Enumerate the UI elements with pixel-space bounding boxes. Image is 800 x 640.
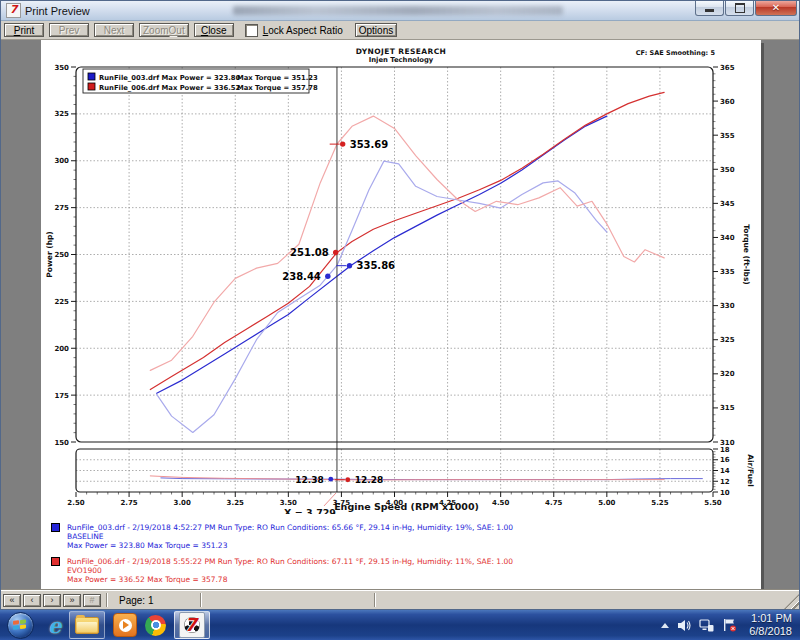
page-indicator: Page: 1	[111, 595, 197, 606]
lock-aspect-ratio-group: Lock Aspect Ratio	[245, 24, 343, 37]
report-page: DYNOJET RESEARCH Injen Technology CF: SA…	[41, 40, 761, 590]
run-line2: EVO1900	[67, 566, 745, 575]
svg-text:365: 365	[720, 64, 735, 72]
taskbar-item-windows-explorer[interactable]	[69, 611, 105, 639]
cursor-x-readout: X = 3.729	[281, 507, 339, 514]
system-tray: 1:01 PM 6/8/2018	[661, 612, 800, 638]
minimize-button[interactable]	[695, 1, 724, 16]
svg-text:225: 225	[54, 298, 69, 306]
maximize-icon	[735, 3, 745, 13]
svg-text:320: 320	[720, 370, 735, 378]
svg-text:335.86: 335.86	[356, 260, 395, 271]
svg-text:330: 330	[720, 302, 735, 310]
statusbar-divider	[200, 593, 202, 607]
svg-text:2.50: 2.50	[67, 499, 84, 507]
svg-text:353.69: 353.69	[350, 139, 389, 150]
svg-text:4.50: 4.50	[492, 499, 509, 507]
run-color-swatch	[51, 523, 60, 532]
dyno-chart: 2.502.753.003.253.503.754.004.254.504.75…	[41, 40, 761, 590]
windows-logo-icon	[13, 619, 27, 631]
print-preview-window: 7 Print Preview ✕ PrintPrevNextZoom OutC…	[0, 0, 800, 610]
svg-text:335: 335	[720, 268, 735, 276]
network-icon[interactable]	[699, 619, 714, 632]
svg-text:Max Torque = 357.78: Max Torque = 357.78	[237, 84, 318, 92]
svg-text:200: 200	[54, 345, 69, 353]
preview-area: DYNOJET RESEARCH Injen Technology CF: SA…	[1, 40, 799, 590]
run-detail-0: RunFile_003.drf - 2/19/2018 4:52:27 PM R…	[51, 523, 745, 550]
tray-time: 1:01 PM	[749, 612, 792, 625]
clock[interactable]: 1:01 PM 6/8/2018	[749, 612, 792, 638]
statusbar-divider	[106, 593, 108, 607]
start-button[interactable]	[7, 612, 34, 639]
svg-text:360: 360	[720, 98, 735, 106]
taskbar-item-media-player[interactable]	[113, 611, 137, 639]
folder-icon	[75, 617, 99, 634]
volume-icon[interactable]	[677, 619, 691, 632]
prev-page-button[interactable]: ‹	[23, 594, 41, 607]
action-center-flag-icon[interactable]	[722, 618, 737, 632]
svg-text:12.28: 12.28	[355, 475, 383, 485]
svg-text:Air/Fuel: Air/Fuel	[746, 454, 755, 487]
close-icon: ✕	[772, 3, 780, 13]
taskbar-item-internet-explorer[interactable]: e	[48, 611, 61, 639]
svg-text:175: 175	[54, 392, 69, 400]
toolbar-button-next: Next	[94, 23, 134, 37]
window-title: Print Preview	[25, 5, 90, 17]
svg-text:5.50: 5.50	[704, 499, 721, 507]
run-line3: Max Power = 336.52 Max Torque = 357.78	[67, 575, 745, 584]
svg-text:315: 315	[720, 404, 735, 412]
svg-text:325: 325	[54, 110, 69, 118]
svg-text:150: 150	[54, 439, 69, 447]
taskbar-item-chrome[interactable]	[145, 611, 166, 639]
next-page-button[interactable]: ›	[43, 594, 61, 607]
svg-text:350: 350	[54, 64, 69, 72]
svg-text:12.38: 12.38	[295, 475, 323, 485]
svg-text:251.08: 251.08	[290, 247, 329, 258]
svg-text:5.25: 5.25	[651, 499, 668, 507]
svg-text:2.75: 2.75	[120, 499, 137, 507]
statusbar: «‹›»# Page: 1	[1, 590, 799, 609]
run-line1: RunFile_003.drf - 2/19/2018 4:52:27 PM R…	[67, 523, 745, 532]
minimize-icon	[705, 9, 714, 12]
svg-text:18: 18	[720, 446, 730, 454]
tray-date: 6/8/2018	[749, 625, 792, 638]
internet-explorer-icon: e	[48, 615, 61, 636]
chrome-icon	[145, 615, 166, 636]
svg-text:345: 345	[720, 200, 735, 208]
dynojet-icon: 7	[179, 612, 205, 638]
svg-text:5.00: 5.00	[598, 499, 615, 507]
svg-text:3.25: 3.25	[227, 499, 244, 507]
run-line2: BASELINE	[67, 532, 745, 541]
grid-button[interactable]: #	[83, 594, 101, 607]
svg-text:340: 340	[720, 234, 735, 242]
run-line1: RunFile_006.drf - 2/19/2018 5:55:22 PM R…	[67, 557, 745, 566]
svg-text:12: 12	[720, 478, 730, 486]
svg-text:14: 14	[720, 467, 730, 475]
svg-text:Power (hp): Power (hp)	[45, 231, 54, 278]
tray-expand-icon[interactable]	[661, 623, 669, 628]
close-window-button[interactable]: ✕	[755, 1, 797, 16]
taskbar-item-dynojet[interactable]: 7	[174, 611, 210, 639]
toolbar-button-options[interactable]: Options	[355, 23, 397, 37]
desktop: 7 Print Preview ✕ PrintPrevNextZoom OutC…	[0, 0, 800, 640]
lock-aspect-ratio-checkbox[interactable]	[245, 24, 258, 37]
media-player-icon	[113, 613, 137, 637]
toolbar-button-close[interactable]: Close	[194, 23, 234, 37]
run-line3: Max Power = 323.80 Max Torque = 351.23	[67, 541, 745, 550]
caption-buttons: ✕	[695, 1, 799, 16]
svg-text:325: 325	[720, 336, 735, 344]
run-color-swatch	[51, 557, 60, 566]
svg-text:10: 10	[720, 489, 730, 497]
svg-text:355: 355	[720, 132, 735, 140]
last-page-button[interactable]: »	[63, 594, 81, 607]
first-page-button[interactable]: «	[3, 594, 21, 607]
svg-text:Torque (ft-lbs): Torque (ft-lbs)	[742, 224, 751, 285]
statusbar-divider	[374, 593, 376, 607]
titlebar[interactable]: 7 Print Preview ✕	[1, 1, 799, 21]
dynojet-app-icon: 7	[6, 3, 21, 18]
svg-text:238.44: 238.44	[282, 271, 321, 282]
maximize-button[interactable]	[725, 1, 754, 16]
toolbar-button-print[interactable]: Print	[4, 23, 44, 37]
redacted-title-text	[233, 6, 563, 15]
resize-grip[interactable]	[784, 594, 799, 609]
